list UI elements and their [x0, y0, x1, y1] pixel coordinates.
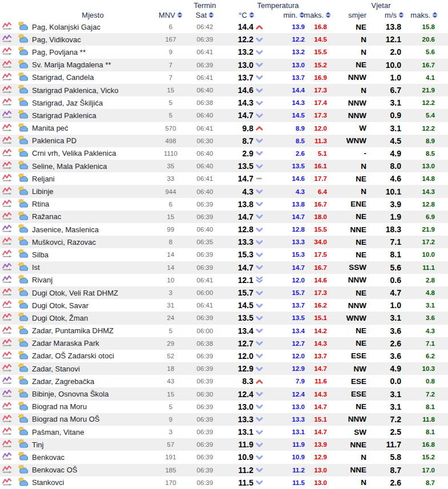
station-name[interactable]: Crni vrh, Velika Paklenica [31, 147, 154, 160]
sun-behind-cloud-icon[interactable] [18, 426, 29, 435]
column-header-maks[interactable]: maks. [306, 10, 333, 21]
station-name[interactable]: Pag, Vidikovac [31, 33, 154, 46]
station-name[interactable]: Tinj [31, 438, 154, 451]
column-header-maks2[interactable]: maks. [407, 10, 448, 21]
sun-behind-cloud-icon[interactable] [18, 325, 29, 334]
sun-behind-cloud-icon[interactable] [18, 46, 29, 55]
history-chart-icon[interactable] [2, 22, 13, 30]
station-name[interactable]: Pag, Kolanjski Gajac [31, 21, 154, 33]
station-name[interactable]: Reljani [31, 172, 154, 185]
history-chart-icon[interactable] [2, 148, 13, 156]
column-header-ms[interactable]: m/s [372, 10, 407, 21]
sun-behind-cloud-icon[interactable] [18, 224, 29, 233]
history-chart-icon[interactable] [2, 224, 13, 232]
sun-behind-cloud-icon[interactable] [18, 477, 29, 486]
history-chart-icon[interactable] [2, 351, 13, 359]
history-chart-icon[interactable] [2, 414, 13, 422]
station-name[interactable]: Rivanj [31, 274, 154, 286]
sun-behind-cloud-icon[interactable] [18, 464, 29, 474]
history-chart-icon[interactable] [2, 47, 13, 55]
history-chart-icon[interactable] [2, 187, 13, 195]
station-name[interactable]: Jasenice, Maslenica [31, 223, 154, 236]
history-chart-icon[interactable] [2, 72, 13, 80]
sun-behind-cloud-icon[interactable] [18, 338, 29, 347]
history-chart-icon[interactable] [2, 161, 13, 169]
station-name[interactable]: Starigrad, Candela [31, 71, 154, 84]
sun-behind-cloud-icon[interactable] [18, 59, 29, 68]
station-name[interactable]: Paklenica PD [31, 135, 154, 147]
sun-behind-cloud-icon[interactable] [18, 375, 29, 385]
history-chart-icon[interactable] [2, 288, 13, 296]
history-chart-icon[interactable] [2, 85, 13, 93]
history-chart-icon[interactable] [2, 313, 13, 321]
history-chart-icon[interactable] [2, 338, 13, 346]
sort-icon[interactable] [177, 12, 183, 18]
history-chart-icon[interactable] [2, 173, 13, 181]
sort-icon[interactable] [432, 12, 438, 18]
history-chart-icon[interactable] [2, 465, 13, 473]
station-name[interactable]: Zadar, Puntamika DHMZ [31, 325, 154, 337]
history-chart-icon[interactable] [2, 110, 13, 118]
station-name[interactable]: Seline, Mala Paklenica [31, 160, 154, 172]
sun-behind-cloud-icon[interactable] [18, 211, 29, 220]
column-header-min[interactable]: min. [271, 10, 306, 21]
history-chart-icon[interactable] [2, 427, 13, 435]
station-name[interactable]: Stankovci [31, 476, 154, 489]
sort-icon[interactable] [208, 12, 214, 18]
history-chart-icon[interactable] [2, 123, 13, 131]
sun-behind-cloud-icon[interactable] [18, 287, 29, 296]
station-name[interactable]: Zadar, OŠ Zadarski otoci [31, 350, 154, 362]
history-chart-icon[interactable] [2, 34, 13, 42]
history-chart-icon[interactable] [2, 60, 13, 68]
sun-behind-cloud-icon[interactable] [18, 72, 29, 81]
sun-behind-cloud-icon[interactable] [18, 249, 29, 258]
history-chart-icon[interactable] [2, 199, 13, 207]
history-chart-icon[interactable] [2, 363, 13, 371]
station-name[interactable]: Pag, Povljana ** [31, 46, 154, 58]
station-name[interactable]: Biograd na Moru OŠ [31, 413, 154, 426]
station-name[interactable]: Muškovci, Razovac [31, 236, 154, 248]
sun-behind-cloud-icon[interactable] [18, 389, 29, 398]
sun-behind-cloud-icon[interactable] [18, 34, 29, 43]
station-name[interactable]: Biograd na Moru [31, 401, 154, 413]
sun-behind-cloud-icon[interactable] [18, 236, 29, 245]
station-name[interactable]: Pašman, Vitane [31, 426, 154, 438]
station-name[interactable]: Zadar, Zagrebačka [31, 375, 154, 387]
station-name[interactable]: Benkovac [31, 451, 154, 463]
history-chart-icon[interactable] [2, 300, 13, 308]
station-name[interactable]: Dugi Otok, Veli Rat DHMZ [31, 286, 154, 299]
station-name[interactable]: Zadar Maraska Park [31, 337, 154, 350]
column-header-temp[interactable]: °C [223, 10, 271, 21]
sun-behind-cloud-icon[interactable] [18, 110, 29, 119]
station-name[interactable]: Dugi Otok, Žman [31, 312, 154, 324]
sort-icon[interactable] [398, 12, 404, 18]
sun-behind-cloud-icon[interactable] [18, 148, 29, 157]
history-chart-icon[interactable] [2, 136, 13, 144]
history-chart-icon[interactable] [2, 249, 13, 257]
sort-icon[interactable] [249, 12, 255, 18]
sun-behind-cloud-icon[interactable] [18, 186, 29, 195]
sun-behind-cloud-icon[interactable] [18, 401, 29, 410]
station-name[interactable]: Rtina [31, 198, 154, 211]
sun-behind-cloud-icon[interactable] [18, 21, 29, 30]
station-name[interactable]: Dugi Otok, Savar [31, 299, 154, 312]
history-chart-icon[interactable] [2, 237, 13, 245]
sun-behind-cloud-icon[interactable] [18, 312, 29, 321]
history-chart-icon[interactable] [2, 402, 13, 410]
sun-behind-cloud-icon[interactable] [18, 439, 29, 448]
history-chart-icon[interactable] [2, 389, 13, 397]
history-chart-icon[interactable] [2, 478, 13, 486]
sun-behind-cloud-icon[interactable] [18, 199, 29, 208]
sort-icon[interactable] [325, 12, 331, 18]
station-name[interactable]: Zadar, Stanovi [31, 362, 154, 375]
sun-behind-cloud-icon[interactable] [18, 414, 29, 423]
history-chart-icon[interactable] [2, 262, 13, 270]
sun-behind-cloud-icon[interactable] [18, 451, 29, 460]
sun-behind-cloud-icon[interactable] [18, 160, 29, 169]
history-chart-icon[interactable] [2, 326, 13, 334]
station-name[interactable]: Starigrad, Jaz Škiljića [31, 96, 154, 109]
station-name[interactable]: Silba [31, 248, 154, 261]
history-chart-icon[interactable] [2, 275, 13, 283]
sun-behind-cloud-icon[interactable] [18, 97, 29, 106]
station-name[interactable]: Sv. Marija Magdalena ** [31, 59, 154, 71]
